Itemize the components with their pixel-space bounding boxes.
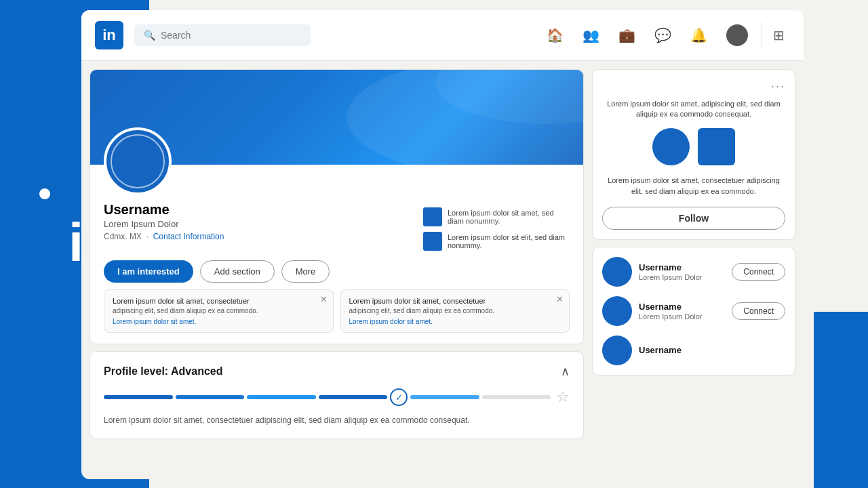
notif-body-2: adipiscing elit, sed diam aliquip ex ea … [349,307,561,314]
main-column: Username Lorem Ipsum Dolor Cdmx. MX · Co… [90,69,584,471]
dot-accent [39,188,50,199]
card-item-2: Lorem ipsum dolor sit elit, sed diam non… [423,232,570,251]
add-section-button[interactable]: Add section [200,260,275,283]
person-name-1: Username [639,262,725,272]
notif-card-1: ✕ Lorem ipsum dolor sit amet, consectetu… [104,289,334,333]
notifications-icon: 🔔 [690,27,707,43]
nav-avatar-item[interactable] [718,22,756,49]
notif-link-2[interactable]: Lorem ipsum dolor sit amet. [349,318,433,325]
ad-logo-square [698,128,735,165]
nav-notifications[interactable]: 🔔 [682,24,715,46]
profile-level-card: Profile level: Advanced ∧ ✓ ☆ Lorem ipsu… [90,351,584,439]
follow-button[interactable]: Follow [602,207,785,230]
notif-link-1[interactable]: Lorem ipsum dolor sit amet. [113,318,196,325]
profile-level-title: Profile level: Advanced [104,365,222,378]
person-title-1: Lorem Ipsum Dolor [639,273,725,281]
interested-button[interactable]: I am interested [104,260,193,283]
progress-bar: ✓ ☆ [104,388,570,406]
person-info-1: Username Lorem Ipsum Dolor [639,262,725,281]
ad-card-text: Lorem ipsum dolor sit amet, consectetuer… [602,175,785,197]
profile-actions: I am interested Add section More [104,260,570,283]
people-card: Username Lorem Ipsum Dolor Connect Usern… [592,247,795,375]
profile-card: Username Lorem Ipsum Dolor Cdmx. MX · Co… [90,69,584,344]
nav-jobs[interactable]: 💼 [610,24,644,46]
contact-info-link[interactable]: Contact Information [153,232,224,241]
profile-name-section: Username Lorem Ipsum Dolor Cdmx. MX · Co… [104,165,570,251]
nav-divider [762,22,762,49]
connect-button-1[interactable]: Connect [732,263,785,281]
nav-messaging[interactable]: 💬 [646,24,679,46]
network-icon: 👥 [583,27,599,43]
three-dots-icon[interactable]: ··· [771,79,785,94]
person-info-3: Username [639,345,785,356]
seg-6 [482,395,551,399]
grid-icon[interactable]: ⊞ [768,22,790,49]
person-avatar-1 [602,257,632,287]
avatar [726,24,748,46]
company-logo-2 [423,232,442,251]
profile-subtitle: Lorem Ipsum Dolor [104,219,224,229]
notif-cards: ✕ Lorem ipsum dolor sit amet, consectetu… [104,289,570,333]
ad-logo-circle [652,128,690,165]
more-button[interactable]: More [281,260,330,283]
bg-blue-right [814,312,868,488]
seg-2 [176,395,245,399]
notif-title-2: Lorem ipsum dolor sit amet, consectetuer [349,297,561,305]
nav-network[interactable]: 👥 [574,24,608,46]
card-text-1: Lorem ipsum dolor sit amet, sed diam non… [448,209,570,225]
chevron-up-icon[interactable]: ∧ [561,364,570,379]
ad-logos [602,128,785,165]
profile-username: Username [104,202,224,218]
nav-icons: 🏠 👥 💼 💬 🔔 ⊞ [538,22,790,49]
search-bar[interactable]: 🔍 [134,24,311,46]
profile-info: Username Lorem Ipsum Dolor Cdmx. MX · Co… [90,165,583,344]
notif-card-2: ✕ Lorem ipsum dolor sit amet, consectetu… [340,289,570,333]
close-notif-1[interactable]: ✕ [320,294,328,304]
logo-in: in [102,26,116,44]
person-item-2: Username Lorem Ipsum Dolor Connect [602,296,785,326]
linkedin-logo[interactable]: in [95,21,123,49]
profile-left: Username Lorem Ipsum Dolor Cdmx. MX · Co… [104,202,224,241]
card-item-1: Lorem ipsum dolor sit amet, sed diam non… [423,207,570,226]
avatar-inner [111,134,165,188]
main-container: in 🔍 🏠 👥 💼 💬 🔔 [81,10,804,479]
nav-home[interactable]: 🏠 [538,24,572,46]
profile-level-desc: Lorem ipsum dolor sit amet, consectetuer… [104,414,570,426]
location-text: Cdmx. MX [104,232,142,241]
person-item-3: Username [602,336,785,365]
person-title-2: Lorem Ipsum Dolor [639,312,725,321]
right-column: ··· Lorem ipsum dolor sit amet, adipisci… [592,69,795,471]
profile-right: Lorem ipsum dolor sit amet, sed diam non… [423,207,570,251]
person-name-3: Username [639,345,785,355]
close-notif-2[interactable]: ✕ [556,294,564,304]
seg-4 [319,395,388,399]
ad-card-header: ··· [602,79,785,94]
company-logo-1 [423,207,442,226]
search-icon: 🔍 [144,30,155,41]
seg-5 [410,395,479,399]
notif-body-1: adipiscing elit, sed diam aliquip ex ea … [113,307,325,314]
jobs-icon: 💼 [618,27,635,43]
home-icon: 🏠 [547,27,564,43]
ad-card-desc: Lorem ipsum dolor sit amet, adipiscing e… [602,99,785,120]
person-avatar-2 [602,296,632,326]
seg-1 [104,395,173,399]
search-input[interactable] [161,30,301,41]
person-avatar-3 [602,336,632,365]
profile-avatar [104,127,172,195]
progress-check-icon: ✓ [390,388,408,406]
profile-level-header: Profile level: Advanced ∧ [104,364,570,379]
connect-button-2[interactable]: Connect [732,302,785,320]
content-area: Username Lorem Ipsum Dolor Cdmx. MX · Co… [81,61,804,479]
messaging-icon: 💬 [654,27,671,43]
avatar-container [104,127,172,195]
seg-3 [247,395,316,399]
star-icon[interactable]: ☆ [556,388,570,406]
person-name-2: Username [639,302,725,312]
profile-location: Cdmx. MX · Contact Information [104,232,224,241]
person-info-2: Username Lorem Ipsum Dolor [639,302,725,321]
person-item-1: Username Lorem Ipsum Dolor Connect [602,257,785,287]
card-text-2: Lorem ipsum dolor sit elit, sed diam non… [448,233,570,249]
notif-title-1: Lorem ipsum dolor sit amet, consectetuer [113,297,325,305]
ad-card: ··· Lorem ipsum dolor sit amet, adipisci… [592,69,795,240]
